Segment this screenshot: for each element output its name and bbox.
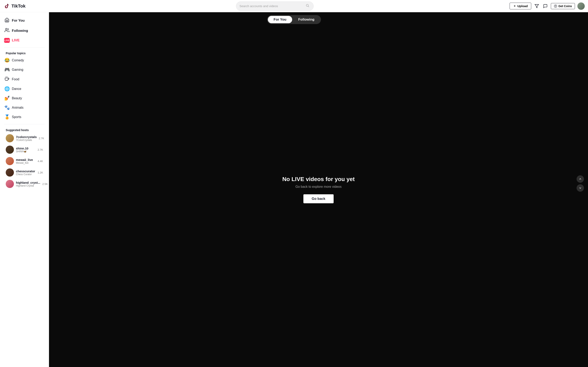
beauty-label: Beauty: [12, 96, 22, 100]
food-icon: [4, 76, 10, 82]
topic-gaming[interactable]: 🎮 Gaming: [2, 65, 47, 75]
header-actions: ＋ Upload Get Coins: [510, 2, 585, 10]
host-info-shinn10: shinn.10 SHINN🦋: [16, 147, 35, 153]
host-count: 2.7K: [39, 137, 44, 140]
comedy-icon: 😂: [4, 58, 10, 63]
empty-state: No LIVE videos for you yet Go back to ex…: [49, 12, 588, 367]
feed-tabs: For You Following: [267, 15, 321, 24]
sidebar: For You Following LIVE LIVE Popular topi…: [0, 12, 49, 367]
filter-icon-button[interactable]: [534, 3, 540, 9]
popular-topics-label: Popular topics: [2, 50, 47, 56]
tab-for-you[interactable]: For You: [268, 16, 292, 23]
topic-animals[interactable]: 🐾 Animals: [2, 103, 47, 112]
host-count: 2.5K: [42, 183, 48, 185]
divider-1: [4, 47, 45, 48]
animals-label: Animals: [12, 106, 24, 109]
host-item-shinn10[interactable]: shinn.10 SHINN🦋 2.7K: [3, 144, 45, 155]
host-subname: 7ColorCrystals: [16, 139, 37, 142]
sidebar-following-label: Following: [12, 29, 28, 33]
host-avatar-highland: [6, 180, 14, 188]
sidebar-item-following[interactable]: Following: [2, 26, 47, 36]
host-name: shinn.10: [16, 147, 35, 150]
get-coins-button[interactable]: Get Coins: [551, 3, 575, 9]
user-avatar[interactable]: [577, 2, 585, 10]
empty-state-subtitle: Go back to explore more videos: [295, 185, 342, 189]
host-avatar-chesscurator: [6, 168, 14, 176]
logo[interactable]: TikTok: [3, 3, 40, 9]
sidebar-item-for-you[interactable]: For You: [2, 16, 47, 26]
host-item-highland[interactable]: highland_cryst... Highland Crystal 2.5K: [3, 178, 45, 190]
dance-label: Dance: [12, 87, 21, 91]
topic-sports[interactable]: 🏅 Sports: [2, 112, 47, 122]
host-item-7colorcrystals[interactable]: 7colorcrystals 7ColorCrystals 2.7K: [3, 133, 45, 144]
topic-comedy[interactable]: 😂 Comedy: [2, 56, 47, 65]
host-info-mewaii: mewaii_live Mewaii_live: [16, 158, 35, 164]
search-input[interactable]: [240, 4, 305, 8]
topic-dance[interactable]: 🌐 Dance: [2, 84, 47, 94]
upload-button[interactable]: ＋ Upload: [510, 3, 531, 9]
host-avatar-mewaii: [6, 157, 14, 165]
host-name: highland_cryst...: [16, 181, 40, 184]
host-subname: Mewaii_live: [16, 161, 35, 164]
host-item-chesscurator[interactable]: chesscurator Chess Curator 1.2K: [3, 167, 45, 178]
host-subname: Chess Curator: [16, 173, 35, 176]
svg-rect-0: [3, 3, 10, 9]
gaming-label: Gaming: [12, 68, 23, 72]
home-icon: [4, 17, 10, 24]
live-icon: LIVE: [4, 38, 10, 43]
upload-label: Upload: [517, 4, 528, 8]
sidebar-for-you-label: For You: [12, 18, 25, 23]
sports-icon: 🏅: [4, 114, 10, 120]
beauty-icon: 💅: [4, 96, 10, 101]
following-icon: [4, 28, 10, 34]
plus-icon: ＋: [513, 4, 516, 8]
animals-icon: 🐾: [4, 105, 10, 110]
header: TikTok ＋ Upload: [0, 0, 588, 12]
host-avatar-shinn10: [6, 146, 14, 154]
sidebar-live-label: LIVE: [12, 38, 20, 42]
get-coins-label: Get Coins: [558, 4, 572, 8]
host-info-chesscurator: chesscurator Chess Curator: [16, 169, 35, 176]
search-bar: [236, 1, 314, 11]
host-subname: SHINN🦋: [16, 150, 35, 153]
empty-state-title: No LIVE videos for you yet: [282, 176, 355, 183]
gaming-icon: 🎮: [4, 67, 10, 72]
suggested-hosts-label: Suggested hosts: [2, 127, 47, 133]
dance-icon: 🌐: [4, 86, 10, 92]
host-count: 4.4K: [38, 160, 43, 163]
host-avatar-7colorcrystals: [6, 134, 14, 142]
food-label: Food: [12, 77, 19, 81]
suggested-hosts-section: 7colorcrystals 7ColorCrystals 2.7K shinn…: [2, 133, 47, 190]
main-content: For You Following No LIVE videos for you…: [49, 12, 588, 367]
tiktok-logo-icon: [3, 3, 10, 9]
layout: For You Following No LIVE videos for you…: [0, 12, 588, 367]
nav-arrows: [577, 175, 584, 192]
host-count: 1.2K: [38, 171, 43, 174]
sports-label: Sports: [12, 115, 21, 119]
messages-icon-button[interactable]: [542, 3, 548, 9]
scroll-down-button[interactable]: [577, 184, 584, 192]
go-back-button[interactable]: Go back: [303, 194, 333, 203]
svg-point-1: [306, 4, 309, 7]
host-name: 7colorcrystals: [16, 135, 37, 139]
sidebar-item-live[interactable]: LIVE LIVE: [2, 36, 47, 45]
svg-marker-3: [535, 4, 539, 8]
search-button[interactable]: [305, 3, 310, 9]
host-count: 2.7K: [38, 148, 43, 151]
host-item-mewaii[interactable]: mewaii_live Mewaii_live 4.4K: [3, 155, 45, 167]
svg-line-2: [308, 6, 309, 7]
search-area: [43, 1, 506, 11]
logo-text: TikTok: [11, 3, 26, 9]
host-name: mewaii_live: [16, 158, 35, 161]
topic-beauty[interactable]: 💅 Beauty: [2, 94, 47, 103]
tab-following[interactable]: Following: [293, 16, 320, 23]
svg-point-5: [6, 28, 7, 30]
topic-food[interactable]: Food: [2, 75, 47, 84]
host-subname: Highland Crystal: [16, 184, 40, 187]
host-info-highland: highland_cryst... Highland Crystal: [16, 181, 40, 187]
sidebar-nav: For You Following LIVE LIVE Popular topi…: [0, 16, 49, 190]
comedy-label: Comedy: [12, 58, 24, 62]
host-name: chesscurator: [16, 169, 35, 173]
scroll-up-button[interactable]: [577, 175, 584, 183]
host-info-7colorcrystals: 7colorcrystals 7ColorCrystals: [16, 135, 37, 142]
